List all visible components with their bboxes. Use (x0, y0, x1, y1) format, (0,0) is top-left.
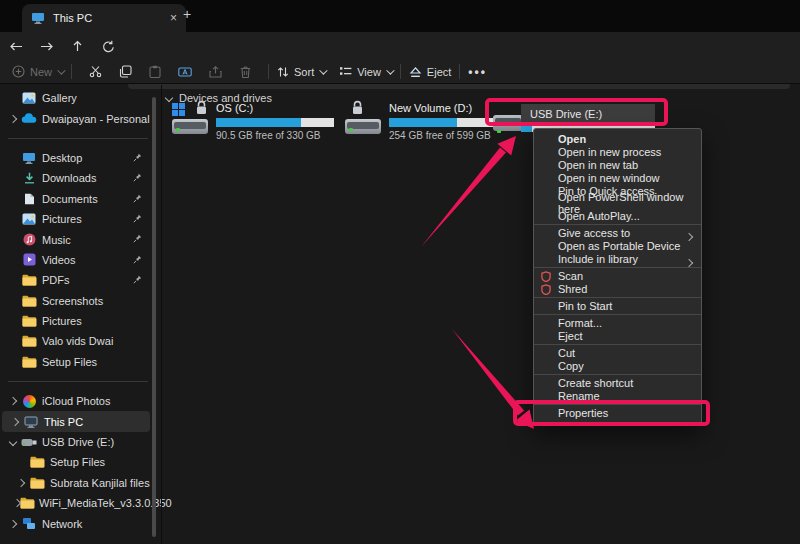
folder-icon (28, 477, 46, 489)
menu-item-pin-to-start[interactable]: Pin to Start (534, 300, 701, 313)
expand-chevron-icon[interactable] (9, 519, 17, 527)
view-button[interactable]: View (339, 66, 392, 78)
delete-icon[interactable] (230, 66, 260, 78)
cut-icon[interactable] (80, 65, 110, 78)
pin-icon[interactable] (133, 275, 142, 284)
toolbar-divider (400, 64, 401, 79)
menu-item-portable-device[interactable]: Open as Portable Device (534, 240, 701, 253)
drive-name: New Volume (D:) (389, 102, 507, 115)
menu-item-include-library[interactable]: Include in library (534, 253, 701, 266)
menu-item-open-new-window[interactable]: Open in new window (534, 171, 701, 184)
sidebar-item-pdfs[interactable]: PDFs (0, 270, 150, 290)
sidebar-scrollbar[interactable] (152, 97, 156, 537)
pin-icon[interactable] (133, 255, 142, 264)
folder-icon (20, 497, 35, 509)
sidebar-item-icloud-photos[interactable]: iCloud Photos (0, 391, 150, 411)
folder-icon (20, 356, 38, 368)
sidebar-item-usb-drive[interactable]: USB Drive (E:) (0, 432, 150, 452)
expand-chevron-icon[interactable] (9, 114, 17, 122)
sidebar-divider (8, 138, 148, 139)
sidebar-item-desktop[interactable]: Desktop (0, 148, 150, 168)
tab-close-icon[interactable]: × (170, 12, 177, 24)
folder-icon (20, 335, 38, 347)
back-icon[interactable] (0, 41, 31, 52)
new-tab-button[interactable]: + (183, 7, 191, 21)
forward-icon[interactable] (31, 41, 62, 52)
pin-icon[interactable] (133, 173, 142, 182)
desktop-icon (20, 152, 38, 164)
new-button[interactable]: New (12, 65, 63, 78)
drive-new-volume-d[interactable]: New Volume (D:) 254 GB free of 599 GB (345, 102, 507, 141)
sidebar-item-documents[interactable]: Documents (0, 189, 150, 209)
copy-icon[interactable] (110, 65, 140, 78)
sidebar-item-this-pc[interactable]: This PC (2, 411, 150, 431)
menu-divider (534, 344, 701, 345)
sidebar-item-music[interactable]: Music (0, 229, 150, 249)
menu-item-open-new-tab[interactable]: Open in new tab (534, 159, 701, 172)
up-icon[interactable] (62, 40, 93, 52)
expand-chevron-icon[interactable] (17, 479, 25, 487)
rename-icon[interactable] (170, 66, 200, 78)
tab-this-pc[interactable]: This PC × (22, 4, 186, 32)
menu-item-open[interactable]: Open (534, 133, 701, 146)
sidebar-item-downloads[interactable]: Downloads (0, 168, 150, 188)
content-pane: Devices and drives OS (C:) 90.5 GB free … (162, 85, 800, 544)
menu-item-eject[interactable]: Eject (534, 330, 701, 343)
collapse-chevron-icon[interactable] (9, 438, 17, 446)
menu-item-autoplay[interactable]: Open AutoPlay... (534, 210, 701, 223)
sidebar-item-subrata-files[interactable]: Subrata Kanjilal files (8, 473, 150, 493)
sidebar-item-wifi-mediatek[interactable]: WiFi_MediaTek_v3.3.0.350 (8, 493, 150, 513)
expand-chevron-icon[interactable] (9, 397, 17, 405)
paste-icon[interactable] (140, 65, 170, 78)
sidebar-item-setup-files[interactable]: Setup Files (0, 352, 150, 372)
menu-item-rename[interactable]: Rename (534, 390, 701, 403)
menu-item-scan[interactable]: Scan (534, 270, 701, 283)
drive-os-c[interactable]: OS (C:) 90.5 GB free of 330 GB (172, 102, 334, 141)
see-more-button[interactable]: ••• (468, 65, 487, 79)
sidebar-item-usb-setup-files[interactable]: Setup Files (8, 452, 150, 472)
expand-chevron-icon[interactable] (11, 417, 19, 425)
sidebar-item-network[interactable]: Network (0, 513, 150, 533)
menu-divider (534, 404, 701, 405)
sidebar-item-videos[interactable]: Videos (0, 250, 150, 270)
menu-item-create-shortcut[interactable]: Create shortcut (534, 377, 701, 390)
sidebar-item-screenshots[interactable]: Screenshots (0, 291, 150, 311)
sidebar-item-pictures[interactable]: Pictures (0, 209, 150, 229)
menu-item-copy[interactable]: Copy (534, 360, 701, 373)
toolbar-divider (459, 64, 460, 79)
menu-item-format[interactable]: Format... (534, 317, 701, 330)
free-space-text: 254 GB free of 599 GB (389, 130, 507, 141)
section-collapse-icon[interactable] (165, 94, 173, 102)
pin-icon[interactable] (133, 153, 142, 162)
tab-title: This PC (53, 12, 92, 24)
menu-item-powershell[interactable]: Open PowerShell window here (534, 197, 701, 210)
menu-item-properties[interactable]: Properties (534, 407, 701, 420)
context-menu: Open Open in new process Open in new tab… (533, 128, 702, 425)
share-icon[interactable] (200, 66, 230, 78)
network-icon (20, 517, 38, 530)
drive-usb-e-label[interactable]: USB Drive (E:) (521, 104, 655, 124)
sidebar-item-valo-vids[interactable]: Valo vids Dwai (0, 331, 150, 351)
sidebar-item-pictures-folder[interactable]: Pictures (0, 311, 150, 331)
hdd-icon (345, 102, 385, 135)
toolbar-divider (268, 64, 269, 79)
eject-button[interactable]: Eject (409, 66, 451, 78)
menu-item-cut[interactable]: Cut (534, 347, 701, 360)
sidebar-item-onedrive[interactable]: Dwaipayan - Personal (0, 108, 150, 128)
menu-divider (534, 267, 701, 268)
sidebar-item-gallery[interactable]: Gallery (0, 88, 150, 108)
pin-icon[interactable] (133, 234, 142, 243)
pin-icon[interactable] (133, 194, 142, 203)
menu-item-shred[interactable]: Shred (534, 283, 701, 296)
pin-icon[interactable] (133, 214, 142, 223)
menu-divider (534, 224, 701, 225)
menu-item-give-access[interactable]: Give access to (534, 227, 701, 240)
navigation-bar: This PC (0, 32, 800, 60)
usb-drive-icon (20, 438, 38, 447)
menu-item-open-new-process[interactable]: Open in new process (534, 146, 701, 159)
sort-button[interactable]: Sort (277, 66, 325, 78)
refresh-icon[interactable] (93, 40, 124, 53)
onedrive-cloud-icon (20, 113, 38, 124)
command-toolbar: New Sort View Eject ••• (0, 60, 800, 84)
pictures-icon (20, 213, 38, 225)
